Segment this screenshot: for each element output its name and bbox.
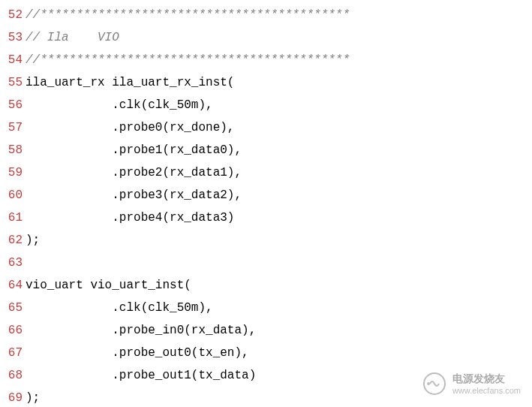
code-text: .probe3(rx_data2), — [26, 188, 242, 202]
code-line: //**************************************… — [26, 4, 532, 26]
line-number: 54 — [0, 49, 23, 71]
code-text: .clk(clk_50m), — [26, 301, 213, 315]
line-number: 62 — [0, 229, 23, 252]
line-number: 57 — [0, 116, 23, 139]
code-text: .clk(clk_50m), — [26, 98, 213, 112]
line-number: 64 — [0, 274, 23, 297]
code-text: .probe0(rx_done), — [26, 121, 234, 134]
code-line: .probe_out0(tx_en), — [26, 342, 532, 364]
code-text: .probe_out1(tx_data) — [26, 369, 256, 382]
code-content-area: //**************************************… — [24, 0, 532, 407]
code-text: vio_uart vio_uart_inst( — [26, 279, 191, 292]
line-number: 56 — [0, 94, 23, 116]
code-text: .probe1(rx_data0), — [26, 143, 242, 157]
code-text: ila_uart_rx ila_uart_rx_inst( — [26, 76, 234, 89]
code-line — [26, 252, 532, 274]
line-number: 55 — [0, 71, 23, 94]
code-line: .probe0(rx_done), — [26, 116, 532, 139]
line-number: 63 — [0, 252, 23, 274]
code-line: //**************************************… — [26, 49, 532, 71]
line-number: 67 — [0, 342, 23, 364]
comment-text: //**************************************… — [26, 8, 350, 22]
code-line: ); — [26, 229, 532, 252]
code-text: .probe_in0(rx_data), — [26, 324, 256, 337]
line-number: 68 — [0, 364, 23, 387]
watermark-logo-icon — [422, 372, 446, 396]
code-line: .probe3(rx_data2), — [26, 184, 532, 207]
watermark-title: 电源发烧友 — [452, 372, 521, 386]
code-line: ila_uart_rx ila_uart_rx_inst( — [26, 71, 532, 94]
line-number: 52 — [0, 4, 23, 26]
line-number: 53 — [0, 26, 23, 49]
code-line: .probe2(rx_data1), — [26, 161, 532, 184]
code-line: .clk(clk_50m), — [26, 94, 532, 116]
code-text: .probe_out0(tx_en), — [26, 346, 249, 360]
svg-point-1 — [427, 382, 430, 385]
code-text: .probe4(rx_data3) — [26, 211, 234, 225]
comment-text: //**************************************… — [26, 53, 350, 67]
code-line: .probe4(rx_data3) — [26, 207, 532, 229]
watermark: 电源发烧友 www.elecfans.com — [422, 372, 521, 396]
code-editor: 525354555657585960616263646566676869 //*… — [0, 0, 532, 407]
line-number-gutter: 525354555657585960616263646566676869 — [0, 0, 24, 407]
line-number: 60 — [0, 184, 23, 207]
code-text: ); — [26, 391, 40, 405]
line-number: 69 — [0, 387, 23, 407]
watermark-text-group: 电源发烧友 www.elecfans.com — [452, 372, 521, 395]
code-line: .clk(clk_50m), — [26, 297, 532, 319]
line-number: 66 — [0, 319, 23, 342]
code-text: .probe2(rx_data1), — [26, 166, 242, 179]
line-number: 61 — [0, 207, 23, 229]
code-line: vio_uart vio_uart_inst( — [26, 274, 532, 297]
watermark-url: www.elecfans.com — [452, 386, 521, 395]
line-number: 59 — [0, 161, 23, 184]
code-line: .probe1(rx_data0), — [26, 139, 532, 161]
line-number: 58 — [0, 139, 23, 161]
comment-text: // Ila VIO — [26, 31, 119, 44]
code-line: // Ila VIO — [26, 26, 532, 49]
code-line: .probe_in0(rx_data), — [26, 319, 532, 342]
line-number: 65 — [0, 297, 23, 319]
code-text: ); — [26, 234, 40, 247]
